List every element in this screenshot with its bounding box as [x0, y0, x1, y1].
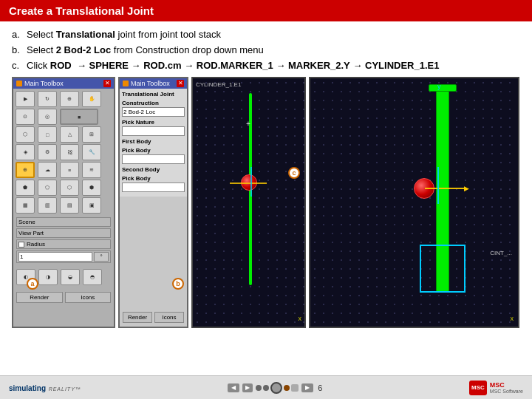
footer-left: simulating REALITY™	[9, 382, 81, 393]
field-construction-label: Construction	[122, 100, 185, 106]
screenshots-area: Main Toolbox ✕ ▶ ↻ ⊕ ✋ ⊙ ◎ ■ ⬡ □ △ ⊞	[12, 77, 520, 328]
prev-nav-button[interactable]: ◀	[228, 383, 239, 392]
form-row-second-body: Second Body	[122, 166, 185, 173]
form-toolbox-title: Main Toolbox	[131, 80, 170, 87]
content-area: a. Select Translational joint from joint…	[0, 21, 532, 335]
tool-17[interactable]: ⬠	[38, 180, 57, 196]
nav-controls: ◀ ▶ ▶	[228, 382, 313, 394]
panel-toolbox-left-titlebar: Main Toolbox ✕	[13, 78, 114, 89]
close-icon[interactable]: ✕	[103, 80, 111, 87]
x-axis-label: x	[299, 315, 302, 322]
dot-person	[284, 385, 290, 391]
footer-center: ◀ ▶ ▶ 6	[228, 382, 322, 394]
value-unit[interactable]: °	[94, 252, 109, 262]
form-row-pick-body1: Pick Body	[122, 147, 185, 164]
tool-pan[interactable]: ✋	[82, 91, 101, 107]
page-number: 6	[318, 383, 322, 392]
top-marker: +	[246, 120, 250, 128]
tool-8[interactable]: ⊞	[82, 126, 101, 143]
tool-zoom[interactable]: ⊕	[60, 91, 79, 107]
tool-10[interactable]: ⚙	[38, 144, 57, 160]
panel-3d-center: CYLINDER_1.E1 + c x	[191, 77, 306, 328]
play-icon: ▶	[245, 384, 250, 391]
dot-square	[291, 384, 299, 392]
footer-right: MSC MSC MSC Software	[469, 381, 523, 395]
play-nav-button[interactable]: ▶	[242, 383, 253, 392]
form-panel: Translational Joint Construction 2 Bod-2…	[120, 89, 187, 197]
form-render-button[interactable]: Render	[123, 312, 152, 323]
form-row-pick-nature: Pick Nature	[122, 119, 185, 136]
tool-19[interactable]: ⬢	[82, 180, 101, 196]
axis-x-right	[425, 188, 466, 189]
logo-text-main: simulating	[9, 384, 46, 392]
instruction-c-rod: ROD	[50, 60, 72, 71]
tool-9[interactable]: ◈	[16, 144, 35, 160]
tool-7[interactable]: △	[60, 126, 79, 143]
radius-checkbox[interactable]	[18, 242, 24, 248]
pick-nature-input[interactable]	[122, 126, 185, 136]
tool-select[interactable]: ▶	[16, 91, 35, 107]
position-indicators	[256, 382, 299, 394]
form-close-icon[interactable]: ✕	[177, 80, 184, 87]
tool-18[interactable]: ⬡	[60, 180, 79, 196]
dot-1	[256, 385, 262, 391]
pick-body2-select[interactable]	[122, 183, 185, 192]
form-icons-button[interactable]: Icons	[154, 312, 184, 323]
tool-21[interactable]: ▥	[38, 197, 57, 214]
pick-body1-select[interactable]	[122, 154, 185, 164]
tool-6[interactable]: □	[38, 126, 57, 143]
instruction-b-bold: 2 Bod-2 Loc	[56, 44, 111, 55]
form-row-pick-body2: Pick Body	[122, 175, 185, 192]
pick-body1-label: Pick Body	[122, 147, 185, 154]
msc-logo-text-block: MSC MSC Software	[490, 382, 523, 394]
tool-13[interactable]: ☁	[38, 162, 57, 178]
tool-20[interactable]: ▦	[16, 197, 35, 214]
instruction-b-text: Select 2 Bod-2 Loc from Construction dro…	[27, 44, 520, 55]
form-render-row: Render Icons	[120, 310, 187, 325]
instruction-b: b. Select 2 Bod-2 Loc from Construction …	[12, 44, 520, 55]
software-text: MSC Software	[490, 389, 523, 394]
tool-11[interactable]: ⛓	[60, 144, 79, 160]
field-type-label: Translational Joint	[122, 91, 185, 98]
construction-select[interactable]: 2 Bod-2 Loc	[122, 107, 185, 117]
panel-form-titlebar: Main Toolbox ✕	[120, 78, 187, 89]
tool-22[interactable]: ▤	[60, 197, 79, 214]
tool-b4[interactable]: ◓	[83, 269, 102, 285]
toolbox-icon	[16, 81, 22, 86]
tool-3[interactable]: ◎	[38, 109, 57, 125]
tool-16[interactable]: ⬟	[16, 180, 35, 196]
tool-12[interactable]: 🔧	[82, 144, 101, 160]
simulating-logo: simulating REALITY™	[9, 382, 81, 393]
axis-y-right	[437, 167, 439, 204]
dot-2	[263, 385, 269, 391]
tool-rotate[interactable]: ↻	[38, 91, 57, 107]
toolbox-icons-grid: ▶ ↻ ⊕ ✋ ⊙ ◎ ■ ⬡ □ △ ⊞ ◈ ⚙ ⛓ 🔧	[13, 89, 114, 216]
form-row-type: Translational Joint	[122, 91, 185, 98]
next-icon: ▶	[305, 384, 310, 391]
sidebar-item-scene[interactable]: Scene	[16, 217, 111, 227]
next-nav-button[interactable]: ▶	[301, 383, 313, 392]
tool-15[interactable]: ≋	[82, 162, 101, 178]
msc-icon-text: MSC	[471, 384, 485, 391]
sidebar-item-value: 1 °	[16, 250, 111, 263]
sidebar-item-radius[interactable]: Radius	[16, 239, 111, 249]
tool-2[interactable]: ⊙	[16, 109, 35, 125]
sidebar-item-view-part[interactable]: View Part	[16, 228, 111, 238]
instruction-c-letter: c.	[12, 60, 27, 71]
icons-button[interactable]: Icons	[65, 292, 112, 303]
tool-b2[interactable]: ◑	[38, 269, 58, 285]
tool-5[interactable]: ⬡	[16, 126, 35, 143]
render-button[interactable]: Render	[16, 292, 63, 303]
tool-4[interactable]: ■	[60, 109, 98, 125]
axis-y-center	[250, 167, 252, 197]
panel-toolbox-left: Main Toolbox ✕ ▶ ↻ ⊕ ✋ ⊙ ◎ ■ ⬡ □ △ ⊞	[12, 77, 115, 328]
tool-14[interactable]: ≡	[60, 162, 79, 178]
instruction-a-bold: Translational	[56, 29, 115, 40]
tool-joint-highlighted[interactable]: ⊕	[16, 162, 35, 178]
pick-body2-label: Pick Body	[122, 175, 185, 182]
tool-b3[interactable]: ◒	[61, 269, 80, 285]
instruction-a: a. Select Translational joint from joint…	[12, 29, 520, 40]
panel-toolbox-form: Main Toolbox ✕ Translational Joint Const…	[118, 77, 188, 328]
first-body-label: First Body	[122, 138, 185, 145]
tool-23[interactable]: ▣	[82, 197, 101, 214]
